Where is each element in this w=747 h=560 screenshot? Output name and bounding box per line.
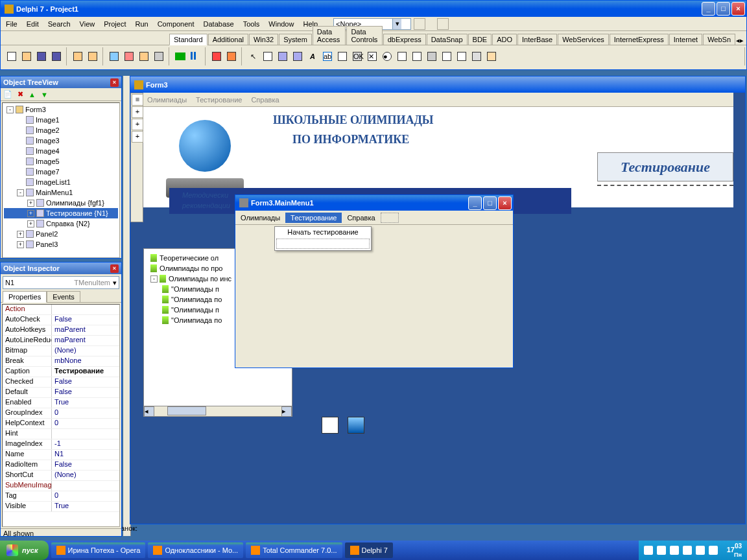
me-item-olympiads[interactable]: Олимпиады [235,213,285,223]
taskbar-app-button[interactable]: Ирина Потеха - Opera [51,542,146,558]
property-value[interactable]: (None) [52,346,119,356]
tab-additional[interactable]: Additional [208,34,248,45]
taskbar-app-button[interactable]: Total Commander 7.0... [246,542,342,558]
ftl-btn[interactable]: ≡ [132,94,143,106]
property-value[interactable]: maParent [52,325,119,335]
tree-item[interactable]: Image5 [4,156,118,167]
save-all-btn[interactable] [49,49,64,64]
tray-volume-icon[interactable] [683,546,692,555]
property-value[interactable]: False [52,315,119,325]
property-value[interactable]: 0 [52,491,119,501]
property-value[interactable]: (None) [52,471,119,480]
tree-item[interactable]: Image1 [4,115,118,125]
minimize-button[interactable]: _ [702,2,715,16]
tree-toggle[interactable]: + [17,241,24,248]
imagelist-component[interactable] [322,417,338,434]
tree-item[interactable]: -MainMenu1 [4,187,118,198]
tray-icon[interactable] [657,546,666,555]
tab-websn[interactable]: WebSn [703,34,735,45]
menu-view[interactable]: View [80,20,95,28]
tabs-right-arrow[interactable]: ▸ [740,36,744,45]
property-value[interactable]: -1 [52,439,119,449]
view-unit-btn[interactable] [107,49,121,64]
property-value[interactable]: False [52,460,119,470]
tab-dbexpress[interactable]: dbExpress [383,34,426,45]
new-form-btn[interactable] [152,49,166,64]
main-titlebar[interactable]: Delphi 7 - Project1 _ □ × [1,1,746,17]
form3-titlebar[interactable]: Form3 [130,76,745,93]
tree-toggle[interactable]: + [27,200,34,207]
comp-memo[interactable] [335,49,350,64]
maximize-button[interactable]: □ [483,196,497,210]
toolbar-btn[interactable] [437,18,449,30]
comp-button[interactable]: OK [350,49,364,64]
comp-groupbox[interactable] [440,49,454,64]
comp-scrollbar[interactable] [425,49,439,64]
run-button[interactable] [173,49,187,64]
tree-item[interactable]: +Panel2 [4,229,118,239]
tab-properties[interactable]: Properties [3,291,47,303]
tab-standard[interactable]: Standard [169,34,208,45]
taskbar-app-button[interactable]: Delphi 7 [345,542,393,558]
menu-search[interactable]: Search [48,20,71,28]
property-value[interactable]: maParent [52,336,119,345]
property-row[interactable]: NameN1 [3,450,119,460]
property-row[interactable]: ShortCut(None) [3,471,119,481]
tree-item[interactable]: -Form3 [4,104,118,115]
tree-up-btn[interactable]: ▲ [29,91,36,99]
comp-edit[interactable]: ab [320,49,335,64]
ftl-btn[interactable]: + [132,119,143,130]
tree-toggle[interactable]: + [27,210,34,217]
tab-datasnap[interactable]: DataSnap [427,34,468,45]
form-menu-testing[interactable]: Тестирование [196,96,242,104]
tree-toggle[interactable]: - [17,189,24,196]
menu-edit[interactable]: Edit [27,20,39,28]
tab-system[interactable]: System [279,34,312,45]
tree-down-btn[interactable]: ▼ [41,91,48,99]
comp-radiogroup[interactable] [455,49,469,64]
taskbar-app-button[interactable]: Одноклассники - Mo... [148,542,243,558]
tray-icon[interactable] [709,546,718,555]
tab-data-access[interactable]: Data Access [313,26,346,45]
scroll-right-arrow[interactable]: ▸ [281,406,292,417]
tree-toggle[interactable]: - [150,275,158,283]
testing-button[interactable]: Тестирование [597,152,733,181]
ftl-btn[interactable]: + [132,106,143,118]
property-row[interactable]: AutoCheckFalse [3,315,119,325]
scroll-thumb[interactable] [167,406,206,415]
tree-toggle[interactable]: + [17,231,24,238]
tab-webservices[interactable]: WebServices [558,34,609,45]
start-button[interactable]: пуск [0,541,49,560]
property-value[interactable]: False [52,388,119,397]
comp-label[interactable]: A [305,49,320,64]
me-item-help[interactable]: Справка [342,213,380,223]
pause-button[interactable] [188,49,202,64]
property-row[interactable]: CaptionТестирование [3,367,119,377]
menu-editor-window[interactable]: Form3.MainMenu1 _ □ × Олимпиады Тестиров… [235,194,514,368]
tree-item[interactable]: +Тестирование {N1} [4,208,118,218]
toggle-btn[interactable] [137,49,151,64]
property-value[interactable]: N1 [52,450,119,460]
menu-file[interactable]: File [6,20,18,28]
menu-run[interactable]: Run [135,20,148,28]
tab-events[interactable]: Events [47,291,80,302]
property-value[interactable]: 0 [52,419,119,428]
close-button[interactable]: × [731,2,745,16]
tab-ado[interactable]: ADO [492,34,517,45]
property-value[interactable] [52,481,119,491]
horizontal-scrollbar[interactable]: ◂ ▸ [144,406,292,416]
property-row[interactable]: CheckedFalse [3,377,119,388]
maximize-button[interactable]: □ [717,2,730,16]
tree-item[interactable]: +Справка {N2} [4,218,118,229]
property-value[interactable]: True [52,502,119,511]
tree-delete-btn[interactable]: ✖ [18,90,23,99]
property-row[interactable]: EnabledTrue [3,398,119,408]
property-row[interactable]: Action [3,305,119,315]
tab-internet[interactable]: Internet [669,34,702,45]
toolbar-btn[interactable] [414,18,425,30]
tab-data-controls[interactable]: Data Controls [346,26,382,45]
folder2-btn[interactable] [86,49,100,64]
tray-icon[interactable] [644,546,653,555]
menu-window[interactable]: Window [268,20,294,28]
tray-icon[interactable] [670,546,679,555]
